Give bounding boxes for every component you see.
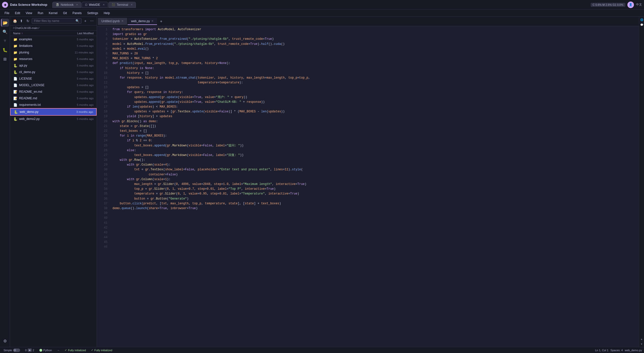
main-area: 📂 🔍 ⑂ 🐛 ⊞ ⚙ 🏠 ⬆ ↻ 🔍 + ⋯ / ChatGLM-6B-mai…	[0, 17, 644, 347]
code-editor[interactable]: from transformers import AutoModel, Auto…	[109, 26, 639, 347]
editor-tab-bar: Untitled.ipynb ✕ web_demo.py ✕ +	[97, 17, 639, 26]
list-item[interactable]: 📁 examples 5 months ago	[10, 36, 97, 43]
file-date: 5 months ago	[61, 38, 94, 41]
chat-icon[interactable]: 💬	[640, 23, 644, 27]
list-item[interactable]: 📄 requirements.txt 5 months ago	[10, 102, 97, 108]
tab-terminal[interactable]: ⬛ Terminal ✕	[108, 2, 136, 8]
date-column-header: Last Modified	[61, 32, 94, 35]
activity-settings[interactable]: ⚙	[1, 337, 9, 345]
toolbar-new-folder[interactable]: +	[83, 18, 88, 24]
tab-untitled-label: Untitled.ipynb	[101, 19, 120, 23]
status-toggle[interactable]	[13, 348, 20, 352]
menu-help[interactable]: Help	[101, 11, 112, 15]
status-initialized-1: ✓ Fully initialized	[63, 348, 88, 352]
name-column-header[interactable]: Name ↑	[13, 32, 61, 35]
terminal-icon: ⬛	[112, 3, 115, 6]
file-date: 5 months ago	[61, 77, 94, 80]
list-item[interactable]: 📁 limitations 5 months ago	[10, 43, 97, 49]
language-selector[interactable]: 中文	[636, 3, 642, 7]
menu-edit[interactable]: Edit	[12, 11, 23, 15]
file-date: 3 months ago	[60, 110, 93, 113]
topbar-tabs: 📓 Notebook ✕ ◻ WebIDE ✕ ⬛ Terminal ✕	[52, 2, 136, 8]
toolbar-home[interactable]: 🏠	[12, 18, 18, 24]
translate-icon[interactable]: 🌐	[640, 18, 644, 22]
python-icon: 🐍	[13, 63, 18, 68]
markdown-icon: 📝	[13, 89, 18, 94]
list-item[interactable]: 📁 resources 5 months ago	[10, 56, 97, 62]
list-item[interactable]: 📝 README.md 5 months ago	[10, 95, 97, 102]
cursor-position: Ln 1, Col 1	[595, 349, 608, 352]
search-input[interactable]	[34, 19, 74, 23]
spaces-info: Spaces: 4	[611, 349, 623, 352]
tab-notebook[interactable]: 📓 Notebook ✕	[52, 2, 81, 8]
menubar: File Edit View Run Kernel Git Panels Set…	[0, 10, 644, 17]
status-kernel: ⬤ Python	[38, 348, 53, 352]
menu-file[interactable]: File	[2, 11, 12, 15]
activity-search[interactable]: 🔍	[1, 28, 9, 36]
list-item[interactable]: 📄 LICENSE 5 months ago	[10, 75, 97, 82]
list-item[interactable]: 🐍 cli_demo.py 5 months ago	[10, 69, 97, 75]
list-item[interactable]: 🐍 web_demo2.py 5 months ago	[10, 116, 97, 122]
file-date: 5 months ago	[61, 71, 94, 74]
file-list-header: Name ↑ Last Modified	[10, 31, 97, 36]
tab-untitled-ipynb[interactable]: Untitled.ipynb ✕	[98, 18, 127, 25]
breadcrumb-path: / ChatGLM-6B-main /	[10, 25, 97, 31]
app-logo: ◆	[2, 2, 8, 8]
list-item[interactable]: 📄 MODEL_LICENSE 5 months ago	[10, 82, 97, 88]
editor-content: 12345 678910 1112131415 1617181920 21222…	[97, 26, 639, 347]
file-name: requirements.txt	[19, 103, 61, 107]
initialized-label-1: Fully initialized	[68, 349, 86, 352]
toolbar-refresh[interactable]: ↻	[25, 18, 31, 24]
list-item-web-demo[interactable]: 🐍 web_demo.py 3 months ago	[10, 108, 97, 116]
status-cell-label: 0	[25, 349, 27, 352]
scroll-down-icon[interactable]: ▼	[640, 342, 644, 346]
menu-settings[interactable]: Settings	[85, 11, 101, 15]
menu-run[interactable]: Run	[35, 11, 46, 15]
menu-view[interactable]: View	[23, 11, 35, 15]
menu-git[interactable]: Git	[61, 11, 69, 15]
menu-panels[interactable]: Panels	[70, 11, 84, 15]
check-icon-1: ✓	[65, 348, 67, 352]
menu-kernel[interactable]: Kernel	[46, 11, 60, 15]
tab-webdemo-close[interactable]: ✕	[151, 19, 154, 23]
list-item[interactable]: 📁 ptuning 11 minutes ago	[10, 49, 97, 56]
topbar: ◆ Data Science Workshop 📓 Notebook ✕ ◻ W…	[0, 0, 644, 10]
file-name: examples	[19, 38, 61, 41]
sidebar: 🏠 ⬆ ↻ 🔍 + ⋯ / ChatGLM-6B-main / Name ↑ L…	[10, 17, 97, 347]
file-name: README.md	[19, 97, 61, 100]
right-panel: 🌐 💬 ▲ ▼	[639, 17, 644, 347]
list-item[interactable]: 🐍 api.py 5 months ago	[10, 62, 97, 69]
activity-git[interactable]: ⑂	[1, 37, 9, 45]
add-tab-button[interactable]: +	[158, 18, 165, 25]
check-icon-2: ✓	[91, 348, 93, 352]
search-box: 🔍	[32, 18, 82, 24]
toolbar-more[interactable]: ⋯	[89, 18, 95, 24]
tab-terminal-close[interactable]: ✕	[131, 3, 133, 6]
tab-notebook-close[interactable]: ✕	[76, 3, 78, 6]
tab-webide[interactable]: ◻ WebIDE ✕	[82, 2, 108, 8]
python-icon: 🐍	[14, 110, 18, 114]
system-stats: C 0.6% M 2.6% G1 0.0%	[591, 3, 625, 7]
file-name: ptuning	[19, 51, 61, 54]
kernel-name: Python	[43, 349, 52, 352]
list-item[interactable]: 📝 README_en.md 5 months ago	[10, 88, 97, 95]
activity-files[interactable]: 📂	[1, 19, 9, 27]
file-name: limitations	[19, 44, 61, 48]
tab-webide-close[interactable]: ✕	[103, 3, 105, 6]
status-right: Ln 1, Col 1 Spaces: 4 web_demo.py	[595, 349, 642, 352]
tab-web-demo-py[interactable]: web_demo.py ✕	[128, 18, 157, 25]
tab-untitled-close[interactable]: ✕	[121, 19, 124, 23]
file-date: 5 months ago	[61, 97, 94, 100]
activity-extensions[interactable]: ⊞	[1, 55, 9, 63]
file-date: 5 months ago	[61, 90, 94, 93]
scroll-up-icon[interactable]: ▲	[640, 337, 644, 341]
user-avatar[interactable]: 👤	[627, 2, 634, 8]
file-icon: 📄	[13, 83, 18, 87]
statusbar: Simple 0 ■ 2 ⬤ Python → ✓ Fully initiali…	[0, 347, 644, 353]
toolbar-upload[interactable]: ⬆	[19, 18, 24, 24]
folder-icon: 📁	[13, 50, 18, 55]
tab-webide-label: WebIDE	[89, 3, 100, 7]
activity-debug[interactable]: 🐛	[1, 46, 9, 54]
tab-terminal-label: Terminal	[117, 3, 128, 7]
search-icon: 🔍	[75, 19, 79, 23]
